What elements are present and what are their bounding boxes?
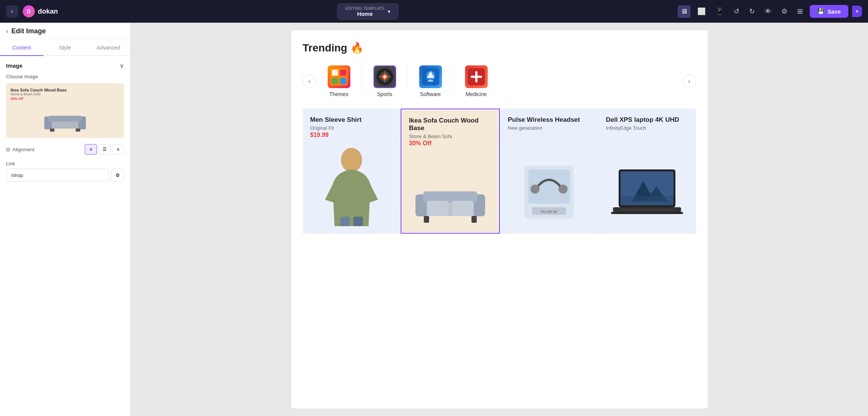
device-mobile-button[interactable]: 📱	[712, 5, 727, 18]
alignment-row: ⊟ Alignment ≡ ☰ ≡	[6, 144, 124, 155]
svg-rect-25	[340, 217, 350, 226]
product-headset-sub: New generation	[508, 125, 590, 131]
product-headset-name: Pulse Wireless Headset	[508, 116, 590, 124]
svg-rect-31	[427, 201, 449, 216]
product-laptop-image	[606, 132, 688, 226]
svg-rect-4	[50, 129, 54, 132]
settings-button[interactable]: ⚙	[778, 5, 790, 18]
link-input-row: ⚙	[6, 169, 124, 182]
editing-template-label: EDITING TEMPLATE	[345, 6, 385, 11]
canvas-page: Trending 🔥 ‹	[291, 30, 708, 408]
align-right-button[interactable]: ≡	[112, 144, 124, 155]
category-sports[interactable]: Duplicate	[362, 62, 408, 101]
panel-tabs: Content Style Advanced	[0, 40, 130, 56]
preview-card-text: Ikea Sofa Couch Wood Base Stone & Beam S…	[11, 88, 120, 101]
category-software-label: Software	[420, 91, 441, 97]
svg-rect-23	[475, 71, 478, 82]
trending-section: Trending 🔥 ‹	[291, 30, 708, 234]
svg-point-24	[341, 148, 362, 172]
panel-back-button[interactable]: ‹	[6, 27, 8, 35]
product-sofa-sub: Stone & Beam Sofa	[409, 133, 492, 139]
product-shirt-price: $19.99	[310, 132, 393, 138]
eye-button[interactable]: 👁	[762, 5, 775, 18]
device-desktop-button[interactable]: 🖥	[678, 5, 691, 18]
sofa-preview-svg	[42, 109, 88, 133]
undo-button[interactable]: ↺	[731, 5, 742, 18]
category-software[interactable]: Software	[408, 62, 453, 101]
svg-rect-16	[384, 70, 385, 83]
sofa-main-svg	[412, 180, 488, 225]
alignment-icon: ⊟	[6, 147, 10, 152]
logo-text: dokan	[38, 8, 58, 16]
svg-point-37	[530, 185, 540, 194]
svg-rect-48	[621, 208, 674, 211]
categories-list: Themes Duplicate	[316, 62, 683, 101]
preview-sale: 30% Off	[11, 97, 120, 101]
canvas-area[interactable]: Trending 🔥 ‹	[131, 23, 868, 416]
alignment-label: ⊟ Alignment	[6, 147, 34, 152]
category-themes[interactable]: Themes	[316, 62, 362, 101]
themes-icon	[330, 67, 348, 86]
svg-rect-34	[471, 216, 477, 223]
product-card-shirt[interactable]: Men Sleeve Shirt Original Fit $19.99	[303, 109, 400, 234]
software-icon	[421, 67, 440, 86]
svg-rect-8	[340, 70, 346, 76]
logo-icon: D	[23, 5, 35, 17]
svg-rect-33	[424, 216, 429, 223]
choose-image-label: Choose Image	[6, 74, 124, 79]
preview-title: Ikea Sofa Couch Wood Base	[11, 88, 120, 92]
categories-prev-button[interactable]: ‹	[303, 75, 316, 88]
dropdown-icon: ▾	[388, 9, 390, 14]
svg-rect-9	[332, 78, 338, 84]
layers-button[interactable]: ⊞	[794, 5, 806, 18]
medicine-icon	[467, 67, 486, 86]
category-software-image	[419, 65, 442, 88]
tab-content[interactable]: Content	[0, 40, 44, 56]
editing-template-name: Home	[345, 11, 385, 17]
svg-text:PULSE 3D: PULSE 3D	[541, 210, 557, 214]
back-button[interactable]: ‹	[6, 5, 18, 17]
product-card-sofa[interactable]: Ikea Sofa Couch Wood Base Stone & Beam S…	[401, 109, 500, 234]
save-icon: 💾	[817, 8, 824, 15]
save-label: Save	[828, 8, 841, 15]
category-themes-image	[328, 65, 350, 88]
editing-template-button[interactable]: EDITING TEMPLATE Home ▾	[337, 3, 398, 20]
logo-letter: D	[27, 8, 31, 14]
categories-next-button[interactable]: ›	[683, 75, 696, 88]
preview-sub: Stone & Beam Sofa	[11, 92, 120, 96]
panel-title: Edit Image	[11, 27, 46, 35]
image-preview[interactable]: Ikea Sofa Couch Wood Base Stone & Beam S…	[6, 83, 124, 138]
svg-rect-10	[340, 78, 346, 84]
link-settings-icon: ⚙	[115, 172, 120, 178]
device-tablet-button[interactable]: ⬜	[694, 5, 709, 18]
product-card-laptop[interactable]: Dell XPS laptop 4K UHD InfinityEdge Touc…	[598, 109, 696, 234]
section-header: Image ∨	[6, 62, 124, 69]
svg-point-38	[558, 185, 568, 194]
svg-rect-5	[76, 129, 80, 132]
category-themes-label: Themes	[329, 91, 348, 97]
align-left-button[interactable]: ≡	[85, 144, 97, 155]
svg-rect-47	[611, 212, 683, 214]
product-sofa-name: Ikea Sofa Couch Wood Base	[409, 117, 492, 132]
align-center-button[interactable]: ☰	[98, 144, 110, 155]
link-settings-button[interactable]: ⚙	[111, 169, 124, 182]
section-toggle-button[interactable]: ∨	[120, 62, 124, 69]
category-medicine[interactable]: Medicine	[454, 62, 499, 101]
link-input[interactable]	[6, 169, 109, 182]
category-sports-image	[373, 65, 396, 88]
trending-emoji: 🔥	[350, 42, 364, 54]
save-button[interactable]: 💾 Save	[810, 5, 848, 18]
redo-button[interactable]: ↻	[746, 5, 758, 18]
product-card-headset[interactable]: Pulse Wireless Headset New generation	[500, 109, 598, 234]
product-laptop-sub: InfinityEdge Touch	[606, 125, 688, 131]
headset-svg: PULSE 3D	[519, 158, 579, 226]
trending-title: Trending 🔥	[303, 42, 696, 54]
categories-row: ‹	[303, 62, 696, 101]
link-section: Link ⚙	[6, 161, 124, 182]
product-shirt-name: Men Sleeve Shirt	[310, 116, 393, 124]
product-sofa-sale: 30% Off	[409, 140, 492, 147]
save-dropdown-button[interactable]: ▾	[852, 6, 862, 17]
tab-style[interactable]: Style	[44, 40, 87, 56]
tab-advanced[interactable]: Advanced	[87, 40, 130, 56]
category-medicine-label: Medicine	[465, 91, 487, 97]
